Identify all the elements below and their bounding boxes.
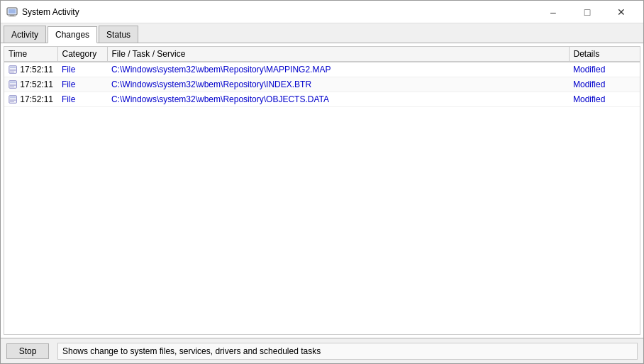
tab-status[interactable]: Status	[99, 26, 138, 43]
col-header-time: Time	[4, 47, 57, 62]
window-title: System Activity	[22, 7, 537, 17]
status-bar: Stop Shows change to system files, servi…	[1, 338, 643, 363]
cell-category: File	[57, 92, 107, 107]
table-container[interactable]: Time Category File / Task / Service Deta…	[4, 46, 640, 335]
table-header-row: Time Category File / Task / Service Deta…	[4, 47, 640, 62]
file-icon	[9, 65, 17, 75]
col-header-file: File / Task / Service	[107, 47, 569, 62]
file-icon	[9, 94, 17, 104]
cell-path: C:\Windows\system32\wbem\Repository\OBJE…	[107, 92, 569, 107]
svg-rect-10	[10, 82, 16, 84]
cell-category: File	[57, 77, 107, 92]
cell-time: 17:52:11	[4, 77, 57, 92]
tab-changes[interactable]: Changes	[48, 26, 97, 43]
cell-path: C:\Windows\system32\wbem\Repository\MAPP…	[107, 62, 569, 77]
table-row: 17:52:11 FileC:\Windows\system32\wbem\Re…	[4, 62, 640, 77]
maximize-button[interactable]: □	[571, 1, 604, 23]
cell-path: C:\Windows\system32\wbem\Repository\INDE…	[107, 77, 569, 92]
content-area: Time Category File / Task / Service Deta…	[1, 43, 643, 338]
cell-details: Modified	[569, 62, 640, 77]
svg-rect-2	[10, 15, 14, 16]
cell-time: 17:52:11	[4, 92, 57, 107]
cell-details: Modified	[569, 92, 640, 107]
cell-details: Modified	[569, 77, 640, 92]
col-header-details: Details	[569, 47, 640, 62]
close-button[interactable]: ✕	[605, 1, 638, 23]
tab-bar: Activity Changes Status	[1, 23, 643, 43]
cell-time: 17:52:11	[4, 62, 57, 77]
window-controls: – □ ✕	[537, 1, 638, 23]
tab-activity[interactable]: Activity	[4, 26, 46, 43]
svg-rect-5	[10, 67, 16, 69]
minimize-button[interactable]: –	[537, 1, 570, 23]
app-icon	[6, 6, 18, 18]
status-text: Shows change to system files, services, …	[57, 343, 638, 360]
cell-category: File	[57, 62, 107, 77]
svg-rect-3	[9, 16, 16, 16]
table-row: 17:52:11 FileC:\Windows\system32\wbem\Re…	[4, 92, 640, 107]
file-icon	[9, 79, 17, 89]
title-bar: System Activity – □ ✕	[1, 1, 643, 23]
svg-rect-1	[9, 9, 16, 13]
stop-button[interactable]: Stop	[6, 343, 49, 359]
table-row: 17:52:11 FileC:\Windows\system32\wbem\Re…	[4, 77, 640, 92]
activity-table: Time Category File / Task / Service Deta…	[4, 47, 640, 107]
main-window: System Activity – □ ✕ Activity Changes S…	[0, 0, 644, 364]
col-header-category: Category	[57, 47, 107, 62]
svg-rect-15	[10, 96, 16, 99]
